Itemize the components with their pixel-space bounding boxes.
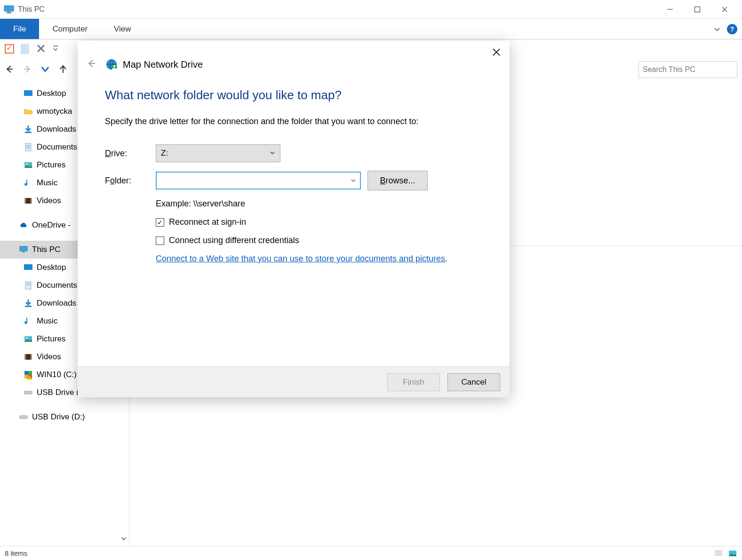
svg-point-49 [113, 65, 115, 67]
dialog-back-button[interactable] [86, 58, 96, 71]
documents-icon [24, 281, 33, 290]
desktop-icon [24, 263, 33, 272]
different-credentials-checkbox[interactable] [156, 237, 164, 245]
help-button[interactable]: ? [727, 24, 737, 34]
this-pc-icon [4, 5, 15, 14]
svg-rect-4 [695, 7, 700, 12]
drive-label: Drive: [105, 149, 156, 158]
this-pc-icon [19, 245, 28, 254]
connect-website-link[interactable]: Connect to a Web site that you can use t… [156, 254, 445, 263]
recent-locations-button[interactable] [40, 64, 50, 75]
svg-rect-40 [24, 391, 32, 394]
window-title: This PC [18, 5, 45, 14]
properties-icon[interactable] [5, 44, 14, 54]
ribbon-collapse-button[interactable] [713, 19, 721, 39]
svg-rect-26 [24, 264, 32, 270]
titlebar: This PC [0, 0, 742, 19]
svg-rect-2 [6, 13, 12, 14]
pictures-icon [24, 334, 33, 344]
folder-icon [24, 107, 33, 116]
folder-label: Folder: [105, 176, 156, 186]
reconnect-label: Reconnect at sign-in [169, 217, 246, 227]
close-button[interactable] [711, 0, 738, 19]
documents-icon [24, 142, 33, 152]
svg-rect-13 [24, 90, 32, 96]
usb-drive-icon [24, 388, 33, 397]
ribbon: File Computer View ? [0, 19, 742, 39]
tree-item-usb-d-2[interactable]: USB Drive (D:) [0, 408, 129, 426]
folder-combobox[interactable] [156, 172, 361, 189]
svg-rect-0 [4, 6, 14, 11]
svg-rect-35 [31, 354, 32, 360]
svg-point-20 [26, 163, 28, 165]
chevron-down-icon [270, 149, 275, 158]
example-text: Example: \\server\share [156, 199, 482, 209]
drive-value: Z: [161, 149, 168, 158]
svg-rect-22 [24, 198, 26, 204]
finish-button[interactable]: Finish [387, 373, 440, 391]
dialog-title: Map Network Drive [123, 59, 203, 70]
svg-rect-27 [25, 282, 31, 289]
svg-rect-1 [7, 12, 11, 13]
different-credentials-label: Connect using different credentials [169, 236, 299, 245]
dialog-footer: Finish Cancel [78, 366, 510, 397]
details-view-button[interactable] [714, 550, 723, 557]
tab-file[interactable]: File [0, 19, 39, 39]
dialog-close-button[interactable] [492, 47, 501, 59]
downloads-icon [24, 125, 33, 134]
downloads-icon [24, 299, 33, 308]
up-button[interactable] [58, 64, 68, 75]
tab-view[interactable]: View [101, 19, 144, 39]
reconnect-checkbox-row[interactable]: ✓ Reconnect at sign-in [156, 217, 482, 227]
svg-rect-24 [20, 246, 27, 251]
browse-button[interactable]: Browse... [367, 171, 428, 190]
different-credentials-checkbox-row[interactable]: Connect using different credentials [156, 236, 482, 245]
drive-select[interactable]: Z: [156, 144, 280, 162]
svg-rect-14 [25, 132, 32, 133]
search-input[interactable]: Search This PC [638, 61, 737, 78]
network-drive-icon [105, 58, 118, 71]
new-folder-icon[interactable] [21, 44, 29, 54]
svg-rect-36 [24, 371, 28, 375]
svg-rect-34 [24, 354, 26, 360]
window-controls [656, 0, 738, 19]
statusbar: 8 items [0, 546, 742, 560]
svg-rect-37 [28, 371, 32, 375]
minimize-button[interactable] [656, 0, 684, 19]
pictures-icon [24, 160, 33, 170]
forward-button[interactable] [23, 64, 32, 75]
svg-rect-41 [20, 416, 27, 418]
tab-computer[interactable]: Computer [39, 19, 101, 39]
reconnect-checkbox[interactable]: ✓ [156, 218, 164, 227]
svg-rect-15 [25, 143, 31, 151]
qat-customize-button[interactable] [53, 45, 58, 53]
cancel-button[interactable]: Cancel [447, 373, 500, 391]
dialog-description: Specify the drive letter for the connect… [105, 117, 482, 126]
svg-rect-30 [25, 306, 32, 307]
large-icons-view-button[interactable] [728, 550, 737, 557]
music-icon [24, 316, 33, 326]
chevron-down-icon [351, 176, 356, 186]
videos-icon [24, 352, 33, 362]
maximize-button[interactable] [684, 0, 711, 19]
delete-icon[interactable] [36, 43, 46, 55]
tree-scroll-down-button[interactable] [120, 535, 127, 544]
desktop-icon [24, 89, 33, 98]
search-placeholder: Search This PC [643, 65, 695, 74]
onedrive-icon [19, 221, 28, 230]
map-network-drive-dialog: Map Network Drive What network folder wo… [78, 41, 510, 397]
back-button[interactable] [5, 64, 14, 75]
svg-point-32 [26, 337, 28, 339]
dialog-heading: What network folder would you like to ma… [105, 88, 482, 103]
svg-rect-25 [22, 252, 25, 252]
status-item-count: 8 items [5, 549, 27, 557]
videos-icon [24, 196, 33, 205]
usb-drive-icon [19, 412, 28, 422]
svg-rect-23 [31, 198, 32, 204]
music-icon [24, 178, 33, 188]
drive-icon [24, 370, 33, 379]
